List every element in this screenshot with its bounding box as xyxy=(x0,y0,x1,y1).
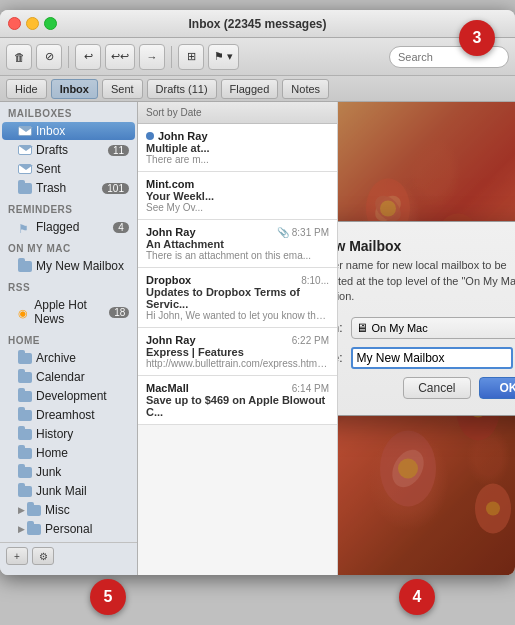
close-button[interactable] xyxy=(8,17,21,30)
ok-button[interactable]: OK xyxy=(479,377,516,399)
email-item-2[interactable]: John Ray 📎 8:31 PM An Attachment There i… xyxy=(138,220,337,268)
window-title: Inbox (22345 messages) xyxy=(188,17,326,31)
flagged-tab[interactable]: Flagged xyxy=(221,79,279,99)
flag-button[interactable]: ⚑ ▾ xyxy=(208,44,239,70)
sidebar-item-inbox[interactable]: Inbox xyxy=(2,122,135,140)
sidebar-item-label: Personal xyxy=(45,522,92,536)
sidebar-item-personal[interactable]: ▶ Personal xyxy=(2,520,135,538)
reply-all-icon: ↩↩ xyxy=(111,50,129,63)
sidebar-item-misc[interactable]: ▶ Misc xyxy=(2,501,135,519)
sidebar-item-home[interactable]: Home xyxy=(2,444,135,462)
history-folder-icon xyxy=(18,429,32,440)
sidebar-item-development[interactable]: Development xyxy=(2,387,135,405)
drafts-tab[interactable]: Drafts (11) xyxy=(147,79,217,99)
email-item-4[interactable]: John Ray 6:22 PM Express | Features http… xyxy=(138,328,337,376)
archive-folder-icon xyxy=(18,353,32,364)
sort-bar[interactable]: Sort by Date xyxy=(138,102,337,124)
email-preview-0: There are m... xyxy=(146,154,329,165)
minimize-button[interactable] xyxy=(26,17,39,30)
rss-header: RSS xyxy=(0,276,137,295)
trash-badge: 101 xyxy=(102,183,129,194)
email-sender-4: John Ray 6:22 PM xyxy=(146,334,329,346)
navbar: Hide Inbox Sent Drafts (11) Flagged Note… xyxy=(0,76,515,102)
reply-all-button[interactable]: ↩↩ xyxy=(105,44,135,70)
sidebar-item-flagged[interactable]: ⚑ Flagged 4 xyxy=(2,218,135,236)
forward-icon: → xyxy=(147,51,158,63)
sidebar-item-label: Junk Mail xyxy=(36,484,87,498)
flagged-icon: ⚑ xyxy=(18,222,32,233)
name-input[interactable] xyxy=(351,347,513,369)
sidebar-item-label: Inbox xyxy=(36,124,65,138)
email-sender-1: Mint.com xyxy=(146,178,329,190)
name-label: Name: xyxy=(338,351,343,365)
email-preview-3: Hi John, We wanted to let you know that … xyxy=(146,310,329,321)
sidebar-item-label: Trash xyxy=(36,181,66,195)
email-item-3[interactable]: Dropbox 8:10... Updates to Dropbox Terms… xyxy=(138,268,337,328)
reply-button[interactable]: ↩ xyxy=(75,44,101,70)
junk-button[interactable]: ⊘ xyxy=(36,44,62,70)
dialog-overlay: 📁 New Mailbox Enter name for new local m… xyxy=(338,102,515,575)
personal-folder-icon xyxy=(27,524,41,535)
sidebar-item-history[interactable]: History xyxy=(2,425,135,443)
flag-icon: ⚑ ▾ xyxy=(214,50,233,63)
mailbox-settings-button[interactable]: ⚙ xyxy=(32,547,54,565)
email-subject-1: Your Weekl... xyxy=(146,190,329,202)
email-item-5[interactable]: MacMall 6:14 PM Save up to $469 on Apple… xyxy=(138,376,337,425)
sidebar-item-junk[interactable]: Junk xyxy=(2,463,135,481)
sidebar-item-label: Development xyxy=(36,389,107,403)
on-my-mac-header: ON MY MAC xyxy=(0,237,137,256)
location-select[interactable]: 🖥 On My Mac ▼ xyxy=(351,317,516,339)
callout-5: 5 xyxy=(90,579,126,615)
sidebar-item-sent[interactable]: Sent xyxy=(2,160,135,178)
maximize-button[interactable] xyxy=(44,17,57,30)
email-list: Sort by Date John Ray Multiple at... The… xyxy=(138,102,338,575)
sidebar-bottom: + ⚙ xyxy=(0,542,137,569)
cancel-button[interactable]: Cancel xyxy=(403,377,470,399)
sent-tab[interactable]: Sent xyxy=(102,79,143,99)
drafts-badge: 11 xyxy=(108,145,129,156)
search-input[interactable] xyxy=(389,46,509,68)
delete-button[interactable]: 🗑 xyxy=(6,44,32,70)
sidebar-item-label: Sent xyxy=(36,162,61,176)
location-field: Location: 🖥 On My Mac ▼ xyxy=(338,317,515,339)
sidebar-item-new-mailbox[interactable]: My New Mailbox xyxy=(2,257,135,275)
notes-tab[interactable]: Notes xyxy=(282,79,329,99)
callout-4: 4 xyxy=(399,579,435,615)
sidebar-item-label: Flagged xyxy=(36,220,79,234)
sidebar-item-dreamhost[interactable]: Dreamhost xyxy=(2,406,135,424)
inbox-tab[interactable]: Inbox xyxy=(51,79,98,99)
folder-icon-new xyxy=(18,261,32,272)
sidebar-item-trash[interactable]: Trash 101 xyxy=(2,179,135,197)
mailbox-button[interactable]: ⊞ xyxy=(178,44,204,70)
email-item-1[interactable]: Mint.com Your Weekl... See My Ov... xyxy=(138,172,337,220)
sidebar-item-archive[interactable]: Archive xyxy=(2,349,135,367)
sidebar-item-label: Dreamhost xyxy=(36,408,95,422)
location-select-text: 🖥 On My Mac xyxy=(356,321,428,335)
sidebar-item-calendar[interactable]: Calendar xyxy=(2,368,135,386)
new-mailbox-dialog: 📁 New Mailbox Enter name for new local m… xyxy=(338,221,515,415)
sidebar-item-junk-mail[interactable]: Junk Mail xyxy=(2,482,135,500)
email-item-0[interactable]: John Ray Multiple at... There are m... xyxy=(138,124,337,172)
sidebar-item-label: Archive xyxy=(36,351,76,365)
mailboxes-header: MAILBOXES xyxy=(0,102,137,121)
add-mailbox-button[interactable]: + xyxy=(6,547,28,565)
email-sender-0: John Ray xyxy=(146,130,329,142)
dreamhost-folder-icon xyxy=(18,410,32,421)
misc-folder-icon xyxy=(27,505,41,516)
junk-icon: ⊘ xyxy=(45,50,54,63)
sidebar-item-drafts[interactable]: Drafts 11 xyxy=(2,141,135,159)
hide-button[interactable]: Hide xyxy=(6,79,47,99)
email-preview-1: See My Ov... xyxy=(146,202,329,213)
forward-button[interactable]: → xyxy=(139,44,165,70)
dialog-header: 📁 New Mailbox Enter name for new local m… xyxy=(338,238,515,304)
sidebar-item-apple-hot-news[interactable]: ◉ Apple Hot News 18 xyxy=(2,296,135,328)
home-header: HOME xyxy=(0,329,137,348)
home-folder-icon xyxy=(18,448,32,459)
email-subject-5: Save up to $469 on Apple Blowout C... xyxy=(146,394,329,418)
email-subject-2: An Attachment xyxy=(146,238,329,250)
preview-pane: 📁 New Mailbox Enter name for new local m… xyxy=(338,102,515,575)
mac-folder-icon: 🖥 xyxy=(356,321,368,335)
toolbar-separator-2 xyxy=(171,46,172,68)
inbox-icon xyxy=(18,126,32,136)
email-subject-4: Express | Features xyxy=(146,346,329,358)
